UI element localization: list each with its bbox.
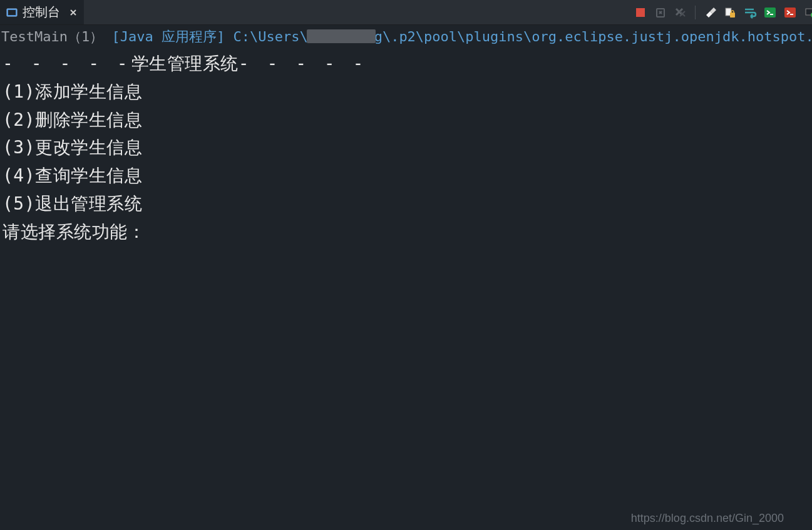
watermark: https://blog.csdn.net/Gin_2000 xyxy=(631,512,784,525)
process-path-prefix: C:\Users\ xyxy=(225,29,307,44)
console-output[interactable]: - - - - -学生管理系统- - - - - (1)添加学生信息 (2)删除… xyxy=(0,50,812,530)
separator xyxy=(695,6,696,19)
console-line: 请选择系统功能： xyxy=(3,218,812,247)
clear-console-icon[interactable] xyxy=(702,4,718,21)
console-line: (1)添加学生信息 xyxy=(3,78,812,106)
svg-rect-1 xyxy=(8,10,16,15)
process-info: TestMain（1） [Java 应用程序] C:\Users\g\.p2\p… xyxy=(0,25,812,50)
close-tab-icon[interactable] xyxy=(69,8,78,17)
pin-console-icon[interactable] xyxy=(802,4,812,21)
open-console-green-icon[interactable] xyxy=(762,4,778,21)
console-line: (5)退出管理系统 xyxy=(3,190,812,218)
console-toolbar xyxy=(632,0,812,24)
open-console-red-icon[interactable] xyxy=(782,4,798,21)
terminate-icon[interactable] xyxy=(632,4,649,21)
console-line: (2)删除学生信息 xyxy=(3,106,812,135)
redacted-username xyxy=(307,29,376,43)
word-wrap-icon[interactable] xyxy=(742,4,758,21)
console-line: (4)查询学生信息 xyxy=(3,162,812,190)
svg-rect-12 xyxy=(731,11,734,14)
remove-all-terminated-icon[interactable] xyxy=(672,4,689,21)
process-name: TestMain（1） xyxy=(1,29,103,44)
console-line: (3)更改学生信息 xyxy=(3,134,812,162)
svg-rect-11 xyxy=(730,13,735,18)
console-line: - - - - -学生管理系统- - - - - xyxy=(3,50,812,78)
process-type: [Java 应用程序] xyxy=(111,29,225,44)
process-path-suffix: g\.p2\pool\plugins\org.eclipse.justj.ope… xyxy=(374,29,812,44)
remove-launch-icon[interactable] xyxy=(652,4,669,21)
console-tab-title: 控制台 xyxy=(23,4,60,21)
scroll-lock-icon[interactable] xyxy=(722,4,738,21)
console-tab-bar: 控制台 xyxy=(0,0,812,25)
console-tab[interactable]: 控制台 xyxy=(0,0,84,24)
console-icon xyxy=(6,7,18,18)
svg-rect-2 xyxy=(636,8,645,17)
